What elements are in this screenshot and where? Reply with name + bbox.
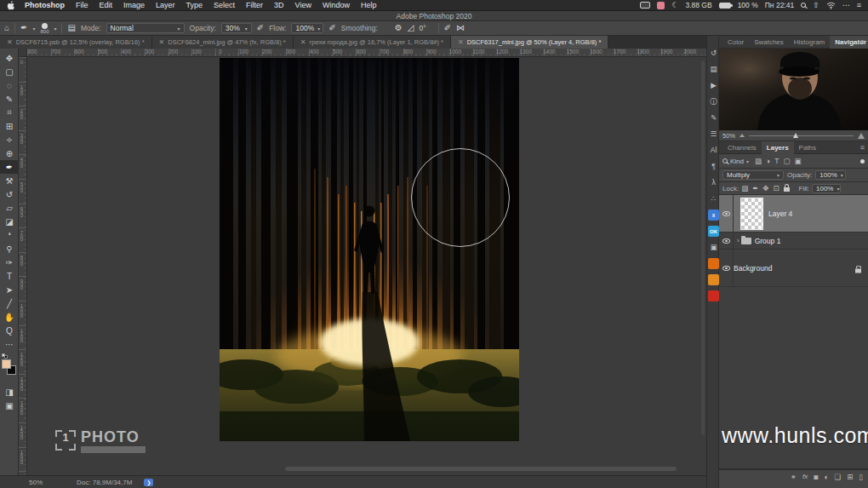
airbrush-icon[interactable]: ✐ [328,24,335,32]
quick-selection-tool-icon[interactable]: ✎ [0,92,19,106]
brush-settings-icon[interactable]: ✎ [708,112,719,123]
wifi-icon[interactable] [826,2,836,9]
delete-layer-icon[interactable]: ▯ [859,473,863,481]
chevron-down-icon[interactable]: ▾ [54,26,56,32]
blur-tool-icon[interactable]: ❛ [0,228,19,242]
tab-layers[interactable]: Layers [762,141,794,154]
tab-paths[interactable]: Paths [794,141,821,154]
ruler-origin-corner[interactable] [19,49,27,57]
zoom-slider-thumb[interactable] [793,133,798,138]
foreground-color-swatch[interactable] [2,359,11,369]
menu-item-image[interactable]: Image [123,1,145,9]
hand-tool-icon[interactable]: ✋ [0,310,19,324]
edit-toolbar-icon[interactable]: ⋯ [0,337,19,351]
type-filter-icon[interactable]: T [774,157,779,165]
close-tab-icon[interactable]: ✕ [458,38,464,46]
document-image[interactable] [220,58,519,441]
lock-transparency-icon[interactable]: ▨ [741,184,748,192]
smoothing-options-gear-icon[interactable]: ⚙ [395,24,403,32]
visibility-eye-icon[interactable] [722,266,730,271]
app-status-icon[interactable] [657,2,665,9]
frame-tool-icon[interactable]: ⊞ [0,119,19,133]
plugin-ok-icon[interactable]: OK [708,226,719,237]
layer-row-background[interactable]: Background [719,250,868,287]
tab-histogram[interactable]: Histogram [789,36,830,49]
visibility-eye-icon[interactable] [722,238,730,244]
layer-row-layer-4[interactable]: Layer 4 [719,195,868,233]
plugin-blue-icon[interactable]: ‖ [708,210,719,221]
home-icon[interactable]: ⌂ [4,24,9,32]
plugin-red-icon[interactable] [708,290,719,301]
zoom-level-field[interactable]: 50% [29,479,43,486]
menu-item-view[interactable]: View [295,1,311,9]
visibility-eye-icon[interactable] [722,211,730,216]
layer-comps-icon[interactable]: ▤ [708,64,719,75]
adjustment-layer-icon[interactable]: ◐ [824,473,828,481]
menu-item-edit[interactable]: Edit [100,1,113,9]
flow-field[interactable]: 100% ▾ [291,23,323,33]
close-tab-icon[interactable]: ✕ [159,38,165,46]
filter-kind-select[interactable]: Kind [730,158,744,165]
screen-mode-icon[interactable]: ▣ [0,399,19,412]
toggle-brush-panel-icon[interactable]: ▤ [67,24,75,32]
menu-item-type[interactable]: Type [186,1,203,9]
color-swatches[interactable] [2,356,17,378]
tab-color[interactable]: Color [722,36,749,49]
actions-panel-icon[interactable]: ▶ [708,80,719,91]
menu-item-window[interactable]: Window [323,1,350,9]
menu-clock[interactable]: Пн 22:41 [765,1,794,9]
opacity-field[interactable]: 30% ▾ [221,23,252,33]
layer-search-icon[interactable] [722,158,728,164]
timeline-panel-icon[interactable]: λ [708,177,719,188]
symmetry-icon[interactable]: ⋈ [456,24,465,32]
properties-panel-icon[interactable]: ☰ [708,129,719,140]
shape-filter-icon[interactable]: ▢ [783,157,790,165]
panel-menu-icon[interactable]: ≡ [860,37,865,46]
spot-healing-tool-icon[interactable]: ⊕ [0,146,19,160]
menu-item-layer[interactable]: Layer [156,1,175,9]
navigator-zoom-value[interactable]: 50% [722,132,735,140]
tab-channels[interactable]: Channels [722,141,762,154]
menu-item-select[interactable]: Select [214,1,235,9]
eye-cell[interactable] [719,195,734,232]
menu-item-help[interactable]: Help [361,1,377,9]
eye-cell[interactable] [719,233,734,249]
line-tool-icon[interactable]: ╱ [0,296,19,310]
eraser-tool-icon[interactable]: ▱ [0,201,19,215]
add-mask-icon[interactable]: ◙ [814,473,818,481]
document-tab[interactable]: ✕DSCF6715.psb @ 12,5% (overlay, RGB/16) … [0,36,152,49]
type-tool-icon[interactable]: T [0,269,19,283]
close-tab-icon[interactable]: ✕ [300,38,306,46]
smart-object-filter-icon[interactable]: ▣ [794,157,801,165]
history-panel-icon[interactable]: ↺ [708,48,719,59]
chevron-down-icon[interactable]: ▾ [32,26,35,32]
new-layer-icon[interactable]: ⊞ [847,473,853,481]
move-tool-icon[interactable]: ✥ [0,51,19,65]
plugin-orange2-icon[interactable] [708,274,719,285]
notification-center-icon[interactable]: ≡ [857,2,861,9]
pixel-layer-filter-icon[interactable]: ▨ [755,157,762,165]
lock-all-icon[interactable] [784,187,790,192]
fill-field[interactable]: 100% ▾ [812,184,841,193]
layer-thumbnail[interactable] [740,198,763,230]
blend-mode-select[interactable]: Normal ▾ [106,23,185,33]
disclosure-triangle-icon[interactable]: › [737,237,740,244]
layer-opacity-field[interactable]: 100% ▾ [815,170,846,180]
menu-item-file[interactable]: File [76,1,89,9]
tab-swatches[interactable]: Swatches [749,36,789,49]
brush-tool-icon[interactable]: ✒ [0,160,19,174]
brush-angle-value[interactable]: 0° [420,24,426,32]
clone-stamp-tool-icon[interactable]: ⚒ [0,174,19,187]
screen-mirroring-icon[interactable] [640,2,650,9]
quick-mask-icon[interactable]: ◨ [0,385,19,399]
brush-preset-picker[interactable]: 800 [40,23,49,34]
zoom-in-mountain-icon[interactable] [858,133,865,139]
lock-artboard-icon[interactable]: ⊡ [773,184,779,192]
apple-menu-icon[interactable] [7,1,14,10]
zoom-tool-icon[interactable]: Q [0,324,19,337]
plugin-orange-icon[interactable] [708,258,719,269]
layer-row-group-1[interactable]: ›Group 1 [719,233,868,250]
paragraph-panel-icon[interactable]: ¶ [708,161,719,172]
horizontal-ruler[interactable]: 8007006005004003002001000100200300400500… [27,49,706,57]
glyphs-panel-icon[interactable]: Al [708,145,719,156]
